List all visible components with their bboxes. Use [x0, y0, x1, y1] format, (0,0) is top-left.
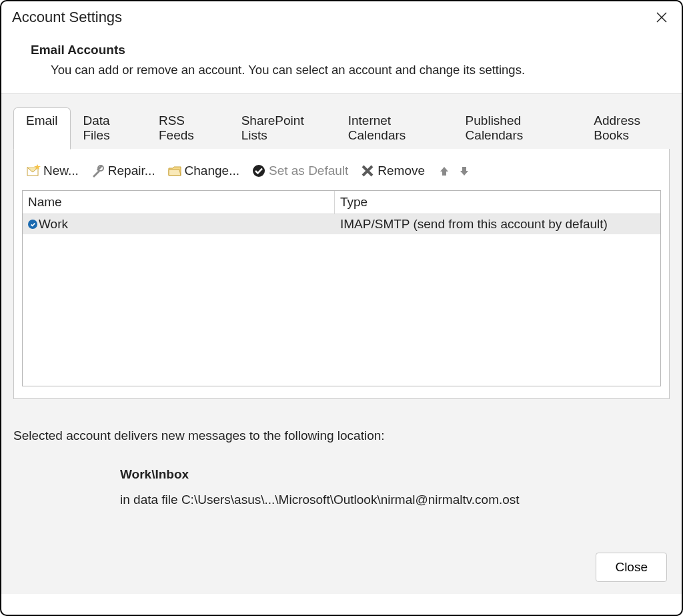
- close-icon[interactable]: [652, 8, 671, 27]
- delivery-path: in data file C:\Users\asus\...\Microsoft…: [8, 493, 675, 507]
- new-button[interactable]: New...: [22, 164, 83, 178]
- tab-rss-feeds[interactable]: RSS Feeds: [146, 107, 229, 149]
- move-up-button[interactable]: [437, 164, 452, 178]
- tab-data-files[interactable]: Data Files: [71, 107, 146, 149]
- accounts-table: Name Type Work IMAP/SMTP (send from this…: [22, 190, 661, 386]
- column-name[interactable]: Name: [23, 191, 335, 214]
- section-title: Email Accounts: [31, 43, 655, 57]
- window-title: Account Settings: [12, 9, 122, 26]
- svg-point-6: [253, 165, 265, 177]
- tab-internet-calendars[interactable]: Internet Calendars: [335, 107, 453, 149]
- change-button[interactable]: Change...: [163, 164, 243, 178]
- tab-published-calendars[interactable]: Published Calendars: [453, 107, 582, 149]
- check-circle-icon: [251, 164, 266, 178]
- change-label: Change...: [185, 164, 239, 178]
- delivery-folder: Work\Inbox: [8, 467, 675, 482]
- x-icon: [360, 164, 375, 178]
- remove-button[interactable]: Remove: [356, 164, 429, 178]
- table-header: Name Type: [23, 191, 660, 214]
- toolbar: New... Repair... Change... Set as Defaul…: [22, 160, 661, 190]
- folder-gear-icon: [167, 164, 182, 178]
- tab-email[interactable]: Email: [13, 107, 71, 149]
- section-description: You can add or remove an account. You ca…: [31, 63, 655, 77]
- table-row[interactable]: Work IMAP/SMTP (send from this account b…: [23, 214, 660, 234]
- envelope-star-icon: [26, 164, 41, 178]
- wrench-screwdriver-icon: [91, 164, 105, 178]
- repair-label: Repair...: [108, 164, 155, 178]
- default-check-icon: [28, 220, 37, 229]
- delivery-label: Selected account delivers new messages t…: [8, 428, 675, 443]
- set-default-label: Set as Default: [269, 164, 348, 178]
- close-button[interactable]: Close: [596, 553, 667, 582]
- column-type[interactable]: Type: [335, 191, 660, 214]
- remove-label: Remove: [378, 164, 425, 178]
- set-default-button: Set as Default: [247, 164, 352, 178]
- account-type: IMAP/SMTP (send from this account by def…: [335, 214, 660, 234]
- tab-strip: Email Data Files RSS Feeds SharePoint Li…: [1, 94, 682, 149]
- tab-sharepoint-lists[interactable]: SharePoint Lists: [229, 107, 335, 149]
- repair-button[interactable]: Repair...: [87, 164, 159, 178]
- tab-address-books[interactable]: Address Books: [581, 107, 682, 149]
- new-label: New...: [43, 164, 79, 178]
- account-name: Work: [39, 217, 68, 232]
- move-down-button[interactable]: [457, 164, 472, 178]
